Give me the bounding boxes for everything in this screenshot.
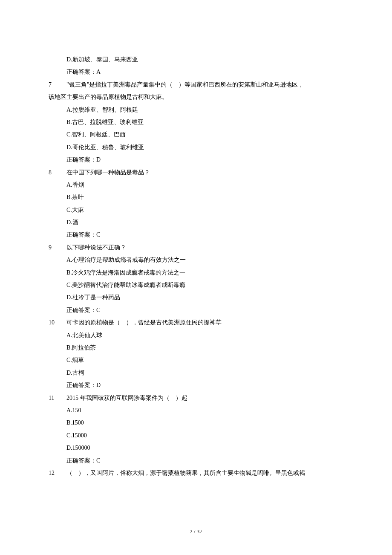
option-b: B.古巴、拉脱维亚、玻利维亚 xyxy=(49,116,343,128)
question-text: "银三角"是指拉丁美洲毒品产量集中的（ ）等国家和巴西所在的安第斯山和亚马逊地区… xyxy=(66,78,343,91)
correct-answer: 正确答案：C xyxy=(49,228,343,241)
question-stem: 10 可卡因的原植物是（ ），曾经是古代美洲原住民的提神草 xyxy=(49,316,343,329)
option-d: D.150000 xyxy=(49,442,343,454)
option-b: B.阿拉伯茶 xyxy=(49,341,343,354)
option-d: D.杜冷丁是一种药品 xyxy=(49,291,343,304)
question-number: 7 xyxy=(49,78,66,91)
question-10: 10 可卡因的原植物是（ ），曾经是古代美洲原住民的提神草 A.北美仙人球 B.… xyxy=(49,316,343,391)
question-number: 10 xyxy=(49,316,66,329)
option-c: C.大麻 xyxy=(49,204,343,216)
correct-answer: 正确答案：C xyxy=(49,304,343,316)
option-b: B.冷火鸡疗法是海洛因成瘾者戒毒的方法之一 xyxy=(49,266,343,279)
question-stem: 8 在中国下列哪一种物品是毒品？ xyxy=(49,166,343,179)
question-text: 可卡因的原植物是（ ），曾经是古代美洲原住民的提神草 xyxy=(66,316,343,329)
option-a: A.香烟 xyxy=(49,179,343,191)
option-c: C.智利、阿根廷、巴西 xyxy=(49,128,343,141)
question-7: 7 "银三角"是指拉丁美洲毒品产量集中的（ ）等国家和巴西所在的安第斯山和亚马逊… xyxy=(49,78,343,166)
question-number: 11 xyxy=(49,392,66,404)
question-stem: 11 2015 年我国破获的互联网涉毒案件为（ ）起 xyxy=(49,392,343,404)
correct-answer: 正确答案：D xyxy=(49,379,343,391)
correct-answer: 正确答案：C xyxy=(49,454,343,467)
option-d: D.哥伦比亚、秘鲁、玻利维亚 xyxy=(49,141,343,153)
question-number: 8 xyxy=(49,166,66,179)
question-stem: 9 以下哪种说法不正确？ xyxy=(49,241,343,254)
option-c: C.15000 xyxy=(49,429,343,442)
question-stem: 7 "银三角"是指拉丁美洲毒品产量集中的（ ）等国家和巴西所在的安第斯山和亚马逊… xyxy=(49,78,343,91)
question-11: 11 2015 年我国破获的互联网涉毒案件为（ ）起 A.150 B.1500 … xyxy=(49,392,343,467)
question-8: 8 在中国下列哪一种物品是毒品？ A.香烟 B.茶叶 C.大麻 D.酒 正确答案… xyxy=(49,166,343,241)
option-c: C.美沙酮替代治疗能帮助冰毒成瘾者戒断毒瘾 xyxy=(49,279,343,291)
option-b: B.1500 xyxy=(49,416,343,429)
question-text: 2015 年我国破获的互联网涉毒案件为（ ）起 xyxy=(66,392,343,404)
correct-answer: 正确答案：A xyxy=(49,66,343,78)
question-12: 12 （ ），又叫阿片，俗称大烟，源于罂粟植物蒴果，其所含主要生物碱是吗啡。呈黑… xyxy=(49,467,343,479)
option-d: D.古柯 xyxy=(49,367,343,379)
question-number: 12 xyxy=(49,467,66,479)
option-d: D.酒 xyxy=(49,216,343,228)
option-a: A.心理治疗是帮助成瘾者戒毒的有效方法之一 xyxy=(49,254,343,266)
question-text-cont: 该地区主要出产的毒品原植物是古柯和大麻。 xyxy=(49,91,343,103)
option-a: A.北美仙人球 xyxy=(49,329,343,341)
question-text: （ ），又叫阿片，俗称大烟，源于罂粟植物蒴果，其所含主要生物碱是吗啡。呈黑色或褐 xyxy=(66,467,343,479)
option-d: D.新加坡、泰国、马来西亚 xyxy=(49,53,343,66)
option-b: B.茶叶 xyxy=(49,191,343,203)
question-text: 在中国下列哪一种物品是毒品？ xyxy=(66,166,343,179)
question-9: 9 以下哪种说法不正确？ A.心理治疗是帮助成瘾者戒毒的有效方法之一 B.冷火鸡… xyxy=(49,241,343,316)
option-c: C.烟草 xyxy=(49,354,343,366)
correct-answer: 正确答案：D xyxy=(49,153,343,166)
page-number: 2 / 37 xyxy=(0,526,392,537)
question-stem: 12 （ ），又叫阿片，俗称大烟，源于罂粟植物蒴果，其所含主要生物碱是吗啡。呈黑… xyxy=(49,467,343,479)
option-a: A.150 xyxy=(49,404,343,416)
question-text: 以下哪种说法不正确？ xyxy=(66,241,343,254)
document-page: D.新加坡、泰国、马来西亚 正确答案：A 7 "银三角"是指拉丁美洲毒品产量集中… xyxy=(0,0,392,555)
question-6-tail: D.新加坡、泰国、马来西亚 正确答案：A xyxy=(49,53,343,78)
question-number: 9 xyxy=(49,241,66,254)
option-a: A.拉脱维亚、智利、阿根廷 xyxy=(49,104,343,116)
